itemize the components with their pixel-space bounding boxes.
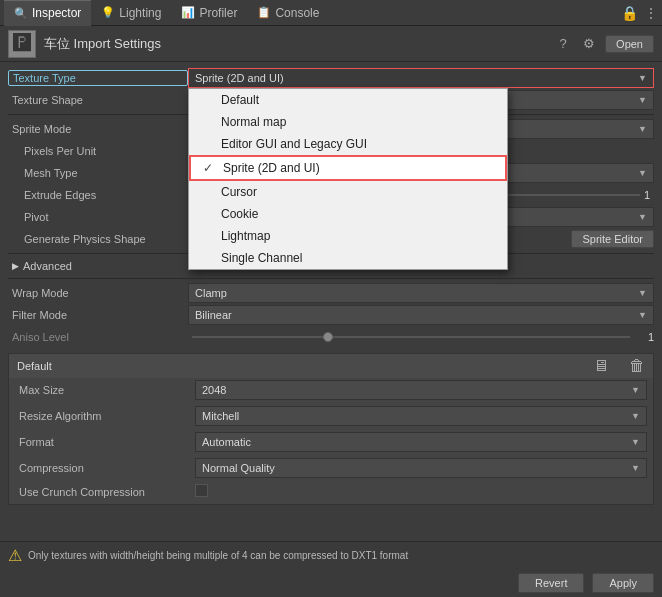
dropdown-item-lightmap[interactable]: Lightmap xyxy=(189,225,507,247)
crunch-field xyxy=(195,484,647,500)
resize-row: Resize Algorithm Mitchell ▼ xyxy=(9,404,653,428)
gear-icon[interactable]: ⚙ xyxy=(579,36,599,51)
format-row: Format Automatic ▼ xyxy=(9,430,653,454)
profiler-icon: 📊 xyxy=(181,6,195,19)
help-icon[interactable]: ? xyxy=(553,36,573,51)
compression-label: Compression xyxy=(15,462,195,474)
tab-profiler[interactable]: 📊 Profiler xyxy=(171,0,247,26)
tab-bar: 🔍 Inspector 💡 Lighting 📊 Profiler 📋 Cons… xyxy=(0,0,662,26)
max-size-row: Max Size 2048 ▼ xyxy=(9,378,653,402)
format-field: Automatic ▼ xyxy=(195,432,647,452)
platform-section: Default 🖥 🗑 Max Size 2048 ▼ Resize Algor… xyxy=(8,353,654,505)
divider-3 xyxy=(8,278,654,279)
wrap-mode-row: Wrap Mode Clamp ▼ xyxy=(8,283,654,303)
dropdown-item-cookie[interactable]: Cookie xyxy=(189,203,507,225)
compression-arrow: ▼ xyxy=(631,463,640,473)
generate-physics-label: Generate Physics Shape xyxy=(8,233,188,245)
resize-arrow: ▼ xyxy=(631,411,640,421)
inspector-icon: 🔍 xyxy=(14,7,28,20)
texture-type-row: Texture Type Sprite (2D and UI) ▼ Defaul… xyxy=(8,68,654,88)
tab-console[interactable]: 📋 Console xyxy=(247,0,329,26)
dropdown-item-label: Editor GUI and Legacy GUI xyxy=(221,137,367,151)
open-button[interactable]: Open xyxy=(605,35,654,53)
resize-dropdown[interactable]: Mitchell ▼ xyxy=(195,406,647,426)
resize-field: Mitchell ▼ xyxy=(195,406,647,426)
compression-row: Compression Normal Quality ▼ xyxy=(9,456,653,480)
bottom-bar: ⚠ Only textures with width/height being … xyxy=(0,541,662,597)
format-arrow: ▼ xyxy=(631,437,640,447)
aniso-level-value: 1 xyxy=(634,331,654,343)
pivot-arrow: ▼ xyxy=(638,212,647,222)
texture-type-dropdown[interactable]: Sprite (2D and UI) ▼ xyxy=(188,68,654,88)
extrude-edges-value: 1 xyxy=(644,189,650,201)
compression-value: Normal Quality xyxy=(202,462,275,474)
mesh-type-arrow: ▼ xyxy=(638,168,647,178)
tab-lighting-label: Lighting xyxy=(119,6,161,20)
aniso-level-row: Aniso Level 1 xyxy=(8,327,654,347)
dropdown-item-sprite[interactable]: ✓ Sprite (2D and UI) xyxy=(189,155,507,181)
wrap-mode-value: Clamp xyxy=(195,287,227,299)
apply-button[interactable]: Apply xyxy=(592,573,654,593)
lighting-icon: 💡 xyxy=(101,6,115,19)
shape-arrow: ▼ xyxy=(638,95,647,105)
aniso-slider-thumb[interactable] xyxy=(323,332,333,342)
dropdown-item-editorgui[interactable]: Editor GUI and Legacy GUI xyxy=(189,133,507,155)
crunch-row: Use Crunch Compression xyxy=(9,482,653,502)
wrap-mode-dropdown[interactable]: Clamp ▼ xyxy=(188,283,654,303)
compression-dropdown[interactable]: Normal Quality ▼ xyxy=(195,458,647,478)
dropdown-item-default[interactable]: Default xyxy=(189,89,507,111)
max-size-value: 2048 xyxy=(202,384,226,396)
platform-header: Default 🖥 🗑 xyxy=(9,354,653,378)
asset-title: 车位 Import Settings xyxy=(44,35,553,53)
filter-mode-field: Bilinear ▼ xyxy=(188,305,654,325)
dropdown-item-normalmap[interactable]: Normal map xyxy=(189,111,507,133)
wrap-mode-label: Wrap Mode xyxy=(8,287,188,299)
tablet-icon[interactable]: 🗑 xyxy=(629,357,645,375)
asset-header: 🅿 车位 Import Settings ? ⚙ Open xyxy=(0,26,662,62)
crunch-checkbox[interactable] xyxy=(195,484,208,497)
dropdown-item-label: Default xyxy=(221,93,259,107)
dropdown-item-label: Cookie xyxy=(221,207,258,221)
aniso-level-label: Aniso Level xyxy=(8,331,188,343)
aniso-slider-track[interactable] xyxy=(192,336,630,338)
platform-icons: 🖥 🗑 xyxy=(593,357,645,375)
tab-console-label: Console xyxy=(275,6,319,20)
format-dropdown[interactable]: Automatic ▼ xyxy=(195,432,647,452)
crunch-label: Use Crunch Compression xyxy=(15,486,195,498)
filter-mode-value: Bilinear xyxy=(195,309,232,321)
filter-mode-arrow: ▼ xyxy=(638,310,647,320)
tab-profiler-label: Profiler xyxy=(199,6,237,20)
filter-mode-label: Filter Mode xyxy=(8,309,188,321)
check-sprite: ✓ xyxy=(203,161,217,175)
compression-field: Normal Quality ▼ xyxy=(195,458,647,478)
resize-value: Mitchell xyxy=(202,410,239,422)
revert-button[interactable]: Revert xyxy=(518,573,584,593)
more-icon[interactable]: ⋮ xyxy=(644,5,658,21)
warning-icon: ⚠ xyxy=(8,546,22,565)
warning-text: Only textures with width/height being mu… xyxy=(28,550,408,561)
texture-type-value: Sprite (2D and UI) xyxy=(195,72,284,84)
dropdown-item-singlechannel[interactable]: Single Channel xyxy=(189,247,507,269)
lock-icon[interactable]: 🔒 xyxy=(621,5,638,21)
max-size-dropdown[interactable]: 2048 ▼ xyxy=(195,380,647,400)
format-label: Format xyxy=(15,436,195,448)
texture-shape-label: Texture Shape xyxy=(8,94,188,106)
tab-inspector[interactable]: 🔍 Inspector xyxy=(4,0,91,26)
dropdown-item-label: Single Channel xyxy=(221,251,302,265)
max-size-field: 2048 ▼ xyxy=(195,380,647,400)
header-actions: ? ⚙ Open xyxy=(553,35,654,53)
dropdown-arrow: ▼ xyxy=(638,73,647,83)
monitor-icon[interactable]: 🖥 xyxy=(593,357,609,375)
filter-mode-row: Filter Mode Bilinear ▼ xyxy=(8,305,654,325)
texture-type-label: Texture Type xyxy=(8,70,188,86)
tab-lighting[interactable]: 💡 Lighting xyxy=(91,0,171,26)
dropdown-item-label: Lightmap xyxy=(221,229,270,243)
texture-type-field: Sprite (2D and UI) ▼ Default Normal map … xyxy=(188,68,654,88)
dropdown-item-cursor[interactable]: Cursor xyxy=(189,181,507,203)
filter-mode-dropdown[interactable]: Bilinear ▼ xyxy=(188,305,654,325)
dropdown-item-label: Cursor xyxy=(221,185,257,199)
sprite-editor-button[interactable]: Sprite Editor xyxy=(571,230,654,248)
aniso-slider-container: 1 xyxy=(188,331,654,343)
max-size-arrow: ▼ xyxy=(631,385,640,395)
dropdown-item-label: Sprite (2D and UI) xyxy=(223,161,320,175)
